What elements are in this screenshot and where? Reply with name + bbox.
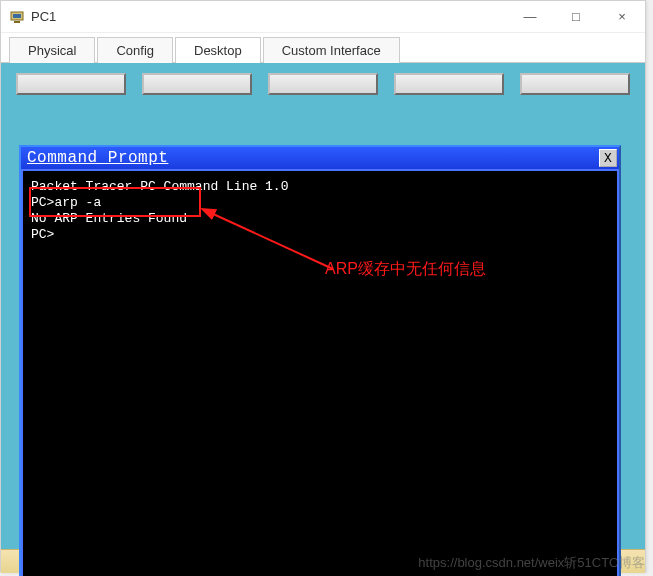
app-tile[interactable] [142,73,252,95]
watermark: https://blog.csdn.net/weix斩51CTO博客 [418,554,645,572]
annotation-text: ARP缓存中无任何信息 [325,259,486,280]
pc-icon [9,9,25,25]
tab-desktop[interactable]: Desktop [175,37,261,63]
svg-rect-1 [13,14,21,18]
title-left: PC1 [9,9,56,25]
tab-bar: Physical Config Desktop Custom Interface [1,33,645,63]
term-line: PC>arp -a [31,195,609,211]
app-icon-row [11,73,635,101]
cmd-close-button[interactable]: X [599,149,617,167]
cmd-title: Command Prompt [27,149,168,167]
svg-rect-2 [14,21,20,23]
term-line: No ARP Entries Found [31,211,609,227]
close-button[interactable]: × [599,1,645,32]
app-window: PC1 — □ × Physical Config Desktop Custom… [0,0,646,572]
command-prompt-window: Command Prompt X Packet Tracer PC Comman… [19,145,621,576]
app-tile[interactable] [394,73,504,95]
app-tile[interactable] [520,73,630,95]
terminal[interactable]: Packet Tracer PC Command Line 1.0 PC>arp… [23,171,617,576]
cmd-titlebar: Command Prompt X [21,147,619,169]
maximize-button[interactable]: □ [553,1,599,32]
app-tile[interactable] [268,73,378,95]
titlebar: PC1 — □ × [1,1,645,33]
tab-custom-interface[interactable]: Custom Interface [263,37,400,63]
window-title: PC1 [31,9,56,24]
app-tile[interactable] [16,73,126,95]
term-line: Packet Tracer PC Command Line 1.0 [31,179,609,195]
minimize-button[interactable]: — [507,1,553,32]
tab-config[interactable]: Config [97,37,173,63]
term-line: PC> [31,227,609,243]
window-controls: — □ × [507,1,645,32]
tab-physical[interactable]: Physical [9,37,95,63]
desktop-area: Command Prompt X Packet Tracer PC Comman… [1,63,645,573]
